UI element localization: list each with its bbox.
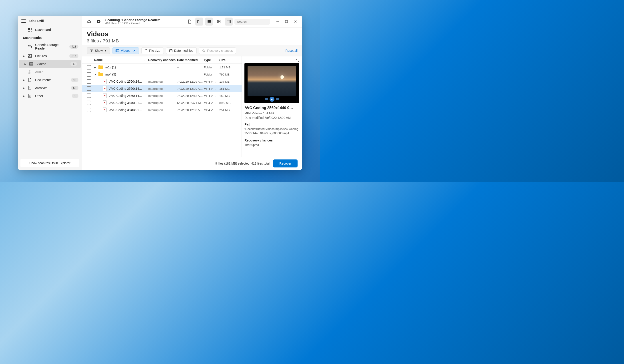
- next-button[interactable]: [276, 98, 279, 100]
- sidebar-item-audio[interactable]: Audio: [18, 68, 82, 76]
- table-row[interactable]: AVC Coding 2560x14…Interrupted7/9/2020 1…: [82, 92, 242, 99]
- svg-rect-25: [285, 21, 287, 23]
- home-button[interactable]: [85, 18, 93, 25]
- preview-file-title: AVC Coding 2560x1440 0…: [244, 106, 299, 110]
- videos-label: Videos: [36, 62, 67, 66]
- sidebar-header: Disk Drill: [18, 16, 82, 26]
- recover-button[interactable]: Recover: [273, 159, 298, 168]
- search-input[interactable]: [237, 20, 275, 23]
- play-button[interactable]: [95, 18, 103, 25]
- show-in-explorer-button[interactable]: Show scan results in Explorer: [21, 159, 79, 167]
- row-checkbox[interactable]: [87, 65, 91, 70]
- expand-toggle[interactable]: ▼: [94, 73, 98, 76]
- sidebar-item-videos[interactable]: ▶ Videos 6: [19, 60, 81, 68]
- close-icon[interactable]: ✕: [133, 49, 136, 52]
- svg-rect-7: [29, 31, 30, 31]
- svg-point-13: [29, 73, 30, 74]
- date-modified-filter-chip[interactable]: Date modified: [166, 47, 197, 54]
- filter-icon: [90, 49, 93, 52]
- file-size-filter-chip[interactable]: File size: [141, 47, 164, 54]
- chevron-right-icon: ▶: [23, 55, 25, 57]
- hamburger-icon[interactable]: [21, 19, 26, 23]
- col-type[interactable]: Type: [204, 58, 219, 62]
- other-count: 1: [72, 94, 78, 98]
- row-type: MP4 Vi…: [204, 101, 219, 105]
- table-row[interactable]: ▶m1v (1)–Folder1.71 MB: [82, 64, 242, 71]
- reset-all-link[interactable]: Reset all: [286, 49, 298, 52]
- svg-rect-26: [116, 49, 119, 52]
- file-icon: [145, 49, 147, 52]
- sidebar: Disk Drill Dashboard Scan results Generi…: [18, 16, 82, 170]
- sidebar-item-pictures[interactable]: ▶ Pictures 315: [18, 52, 82, 60]
- table-row[interactable]: AVC Coding 3840x21…Interrupted6/9/2020 5…: [82, 99, 242, 106]
- svg-point-11: [29, 55, 29, 56]
- panel-toggle-button[interactable]: [225, 18, 233, 25]
- table-row[interactable]: AVC Coding 2560x14…Interrupted7/9/2020 1…: [82, 85, 242, 92]
- svg-rect-1: [29, 28, 30, 29]
- row-name: AVC Coding 3840x21…: [109, 108, 148, 112]
- selection-status: 9 files (181 MB) selected, 418 files tot…: [215, 162, 270, 165]
- sort-arrow-icon: ↓: [144, 58, 146, 62]
- file-view-button[interactable]: [185, 18, 194, 25]
- row-name: AVC Coding 3840x21…: [109, 101, 148, 105]
- expand-toggle[interactable]: ▶: [94, 66, 98, 69]
- row-checkbox[interactable]: [87, 101, 91, 105]
- sidebar-item-dashboard[interactable]: Dashboard: [18, 26, 82, 34]
- grid-view-button[interactable]: [215, 18, 223, 25]
- row-checkbox[interactable]: [87, 86, 91, 91]
- page-subtitle: 6 files / 791 MB: [87, 38, 298, 44]
- play-media-button[interactable]: ▶: [270, 97, 274, 102]
- col-name[interactable]: Name↓: [94, 58, 148, 62]
- table-row[interactable]: ▼mp4 (5)–Folder790 MB: [82, 71, 242, 78]
- row-recovery: Interrupted: [148, 101, 177, 105]
- toolbar: Scanning "Generic Storage Reader" 418 fi…: [82, 16, 302, 27]
- show-filter-button[interactable]: Show ▼: [87, 47, 110, 54]
- folder-view-button[interactable]: [195, 18, 203, 25]
- list-view-button[interactable]: [205, 18, 213, 25]
- close-button[interactable]: [291, 18, 299, 25]
- row-date: –: [177, 73, 204, 76]
- prev-button[interactable]: [265, 98, 268, 100]
- row-checkbox[interactable]: [87, 79, 91, 84]
- row-recovery: Interrupted: [148, 94, 177, 97]
- sidebar-item-documents[interactable]: ▶ Documents 43: [18, 76, 82, 84]
- star-icon: [202, 49, 205, 52]
- disk-icon: [27, 44, 32, 49]
- expand-preview-button[interactable]: [296, 59, 299, 62]
- row-recovery: Interrupted: [148, 108, 177, 112]
- row-recovery: Interrupted: [148, 87, 177, 90]
- row-size: 1.71 MB: [219, 66, 237, 69]
- row-type: MP4 Vi…: [204, 80, 219, 83]
- row-checkbox[interactable]: [87, 72, 91, 77]
- videos-filter-chip[interactable]: Videos ✕: [112, 47, 139, 54]
- archives-count: 53: [71, 86, 78, 90]
- svg-rect-3: [28, 29, 29, 30]
- preview-thumbnail[interactable]: ▶: [244, 63, 299, 103]
- row-checkbox[interactable]: [87, 94, 91, 98]
- col-date[interactable]: Date modified: [177, 58, 204, 62]
- video-file-icon: [102, 93, 107, 98]
- search-box[interactable]: [234, 19, 270, 25]
- sidebar-footer: Show scan results in Explorer: [18, 156, 82, 170]
- dashboard-label: Dashboard: [35, 28, 78, 31]
- row-name: mp4 (5): [105, 73, 148, 76]
- row-type: MP4 Vi…: [204, 108, 219, 112]
- minimize-button[interactable]: [274, 18, 282, 25]
- row-checkbox[interactable]: [87, 108, 91, 112]
- sidebar-item-archives[interactable]: ▶ Archives 53: [18, 84, 82, 92]
- svg-rect-12: [29, 63, 33, 65]
- svg-rect-4: [29, 29, 30, 30]
- svg-rect-21: [219, 22, 220, 23]
- sidebar-item-other[interactable]: ▶ Other 1: [18, 92, 82, 100]
- col-recovery[interactable]: Recovery chances: [148, 58, 177, 62]
- table-row[interactable]: AVC Coding 3840x21…Interrupted7/9/2020 1…: [82, 106, 242, 114]
- maximize-button[interactable]: [283, 18, 290, 25]
- thumbnail-image: [248, 66, 296, 97]
- content-header: Videos 6 files / 791 MB: [82, 27, 302, 45]
- footer: 9 files (181 MB) selected, 418 files tot…: [82, 157, 302, 170]
- sidebar-item-storage[interactable]: Generic Storage Reader 418: [18, 41, 82, 52]
- table-row[interactable]: AVC Coding 2560x14…Interrupted7/9/2020 1…: [82, 78, 242, 85]
- svg-rect-16: [29, 94, 31, 98]
- col-size[interactable]: Size: [219, 58, 237, 62]
- recovery-chances-filter-chip[interactable]: Recovery chances: [199, 47, 236, 54]
